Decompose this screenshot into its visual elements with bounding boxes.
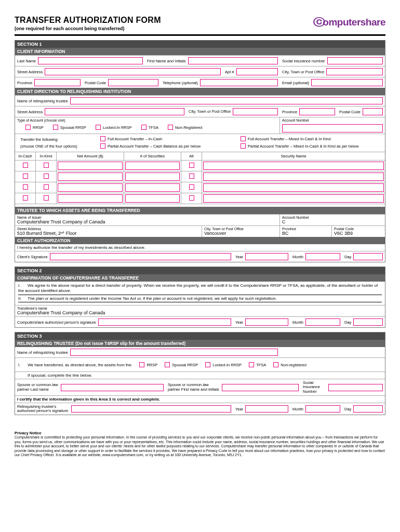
street-input[interactable] [45, 68, 221, 75]
opt4-checkbox[interactable] [241, 143, 246, 149]
email-input[interactable] [311, 79, 383, 86]
spouse-last-input[interactable] [61, 384, 164, 391]
row2-inkind-checkbox[interactable] [44, 174, 49, 179]
street2-label: Street Address [17, 110, 43, 114]
client-sig-label: Client's Signature [17, 255, 48, 259]
issuer-name-label: Name of issuer [17, 216, 277, 219]
page-header: TRANSFER AUTHORIZATION FORM (one require… [15, 16, 385, 36]
row4-incash-checkbox[interactable] [23, 195, 28, 201]
row4-name-input[interactable] [203, 194, 384, 203]
section-2-title: SECTION 2 [15, 267, 385, 274]
spouse-sin-input[interactable] [328, 384, 383, 391]
postal-input[interactable] [108, 79, 158, 86]
row3-sec-input[interactable] [125, 183, 180, 192]
row2-name-input[interactable] [203, 172, 384, 181]
row1-net-input[interactable] [58, 162, 123, 170]
row2-incash-checkbox[interactable] [23, 174, 28, 179]
s2-item1: We agree to the above request for a dire… [18, 283, 378, 293]
issuer-city-value: Vancouver [204, 231, 277, 236]
cs-sig-input[interactable] [98, 318, 231, 326]
s3-year-input[interactable] [245, 405, 288, 413]
spousal-rrsp-checkbox[interactable] [53, 125, 58, 130]
title-block: TRANSFER AUTHORIZATION FORM (one require… [15, 16, 161, 31]
s3-spousal-checkbox[interactable] [165, 362, 170, 367]
section-2-sub: CONFIRMATION OF COMPUTERSHARE AS TRANSFE… [15, 274, 385, 282]
street-label: Street Address [17, 70, 43, 74]
row4-sec-input[interactable] [125, 194, 180, 203]
securities-row [15, 193, 385, 204]
row2-net-input[interactable] [58, 172, 123, 181]
province-label: Province [17, 81, 32, 85]
certify-text: I certify that the information given in … [15, 395, 385, 403]
locked-rrsp-checkbox[interactable] [96, 125, 101, 130]
row3-net-input[interactable] [58, 183, 123, 192]
first-name-label: First Name and Initials [147, 59, 186, 63]
s3-trustee-name-label: Name of relinquishing trustee [17, 350, 68, 355]
row2-all-checkbox[interactable] [189, 174, 194, 179]
s3-sig-input[interactable] [71, 405, 231, 413]
row3-inkind-checkbox[interactable] [44, 184, 49, 190]
row2-sec-input[interactable] [125, 172, 180, 181]
row4-inkind-checkbox[interactable] [44, 195, 49, 201]
city2-label: City, Town or Post Office [189, 110, 231, 114]
phone-input[interactable] [200, 79, 278, 86]
client-sig-input[interactable] [50, 253, 231, 260]
last-name-input[interactable] [38, 57, 143, 64]
s3-trustee-name-input[interactable] [70, 349, 278, 356]
apt-label: Apt # [225, 70, 234, 74]
email-label: Email (optional) [282, 81, 309, 85]
row1-sec-input[interactable] [125, 162, 180, 170]
row1-all-checkbox[interactable] [189, 163, 194, 168]
sig-year-input[interactable] [245, 253, 288, 260]
securities-row [15, 160, 385, 171]
row4-all-checkbox[interactable] [189, 195, 194, 201]
trustee-name-input[interactable] [70, 97, 383, 104]
city2-input[interactable] [233, 108, 278, 115]
account-number-input[interactable] [282, 124, 383, 132]
section-1-title: SECTION 1 [15, 41, 385, 48]
s2-year-input[interactable] [245, 318, 288, 326]
s3-month-input[interactable] [305, 405, 340, 413]
sig-day-input[interactable] [353, 253, 383, 260]
s2-day-input[interactable] [353, 318, 383, 326]
privacy-title: Privacy Notice [15, 431, 385, 435]
section-1: SECTION 1 CLIENT INFORMATION Last Name F… [15, 40, 385, 262]
section-3-sub: RELINQUISHING TRUSTEE (Do not issue T4RS… [15, 340, 385, 347]
s3-rrsp-checkbox[interactable] [139, 362, 144, 367]
row1-name-input[interactable] [203, 162, 384, 170]
street2-input[interactable] [45, 108, 184, 115]
opt3-checkbox[interactable] [100, 143, 105, 149]
city-input[interactable] [326, 68, 383, 75]
row1-inkind-checkbox[interactable] [44, 163, 49, 168]
auth-head: CLIENT AUTHORIZATION [15, 237, 385, 244]
issuer-prov-value: BC [282, 231, 329, 236]
row3-all-checkbox[interactable] [189, 184, 194, 190]
province2-input[interactable] [299, 108, 335, 115]
first-name-input[interactable] [188, 57, 278, 64]
nonreg-checkbox[interactable] [168, 125, 173, 130]
rrsp-checkbox[interactable] [25, 125, 31, 130]
s2-month-input[interactable] [305, 318, 340, 326]
s3-locked-checkbox[interactable] [205, 362, 210, 367]
privacy-notice: Privacy Notice Computershare is committe… [15, 431, 385, 457]
tfsa-checkbox[interactable] [141, 125, 146, 130]
securities-table-head: In-Cash In-Kind Net Amount ($) # of Secu… [15, 152, 385, 160]
row1-incash-checkbox[interactable] [23, 163, 28, 168]
postal2-input[interactable] [363, 108, 383, 115]
sig-month-input[interactable] [305, 253, 340, 260]
issuer-postal-value: V6C 3B9 [334, 231, 383, 236]
sin-input[interactable] [327, 57, 383, 64]
s3-day-input[interactable] [353, 405, 383, 413]
opt2-checkbox[interactable] [241, 136, 246, 141]
opt1-checkbox[interactable] [100, 136, 105, 141]
s3-tfsa-checkbox[interactable] [249, 362, 254, 367]
row4-net-input[interactable] [58, 194, 123, 203]
province-input[interactable] [34, 79, 81, 86]
transferee-name-value: Computershare Trust Company of Canada [17, 310, 383, 315]
spouse-first-input[interactable] [222, 384, 299, 391]
s3-nonreg-checkbox[interactable] [273, 362, 278, 367]
postal-label: Postal Code [85, 81, 106, 85]
apt-input[interactable] [236, 68, 278, 75]
row3-name-input[interactable] [203, 183, 384, 192]
row3-incash-checkbox[interactable] [23, 184, 28, 190]
